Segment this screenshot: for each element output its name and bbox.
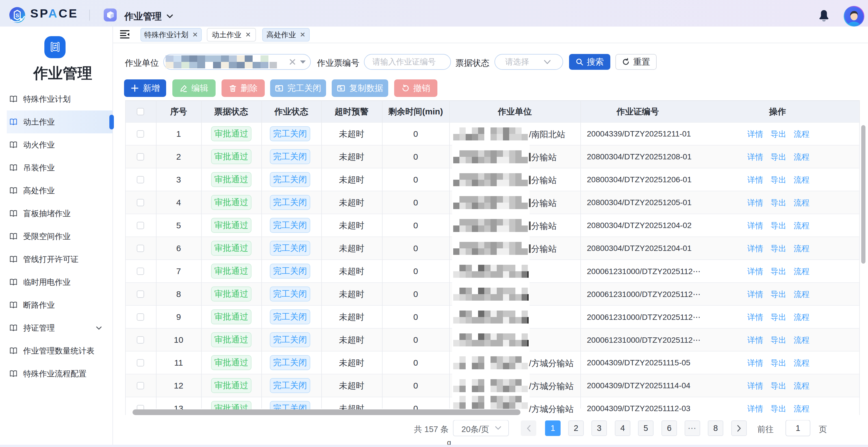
svg-text:S: S	[16, 12, 19, 19]
